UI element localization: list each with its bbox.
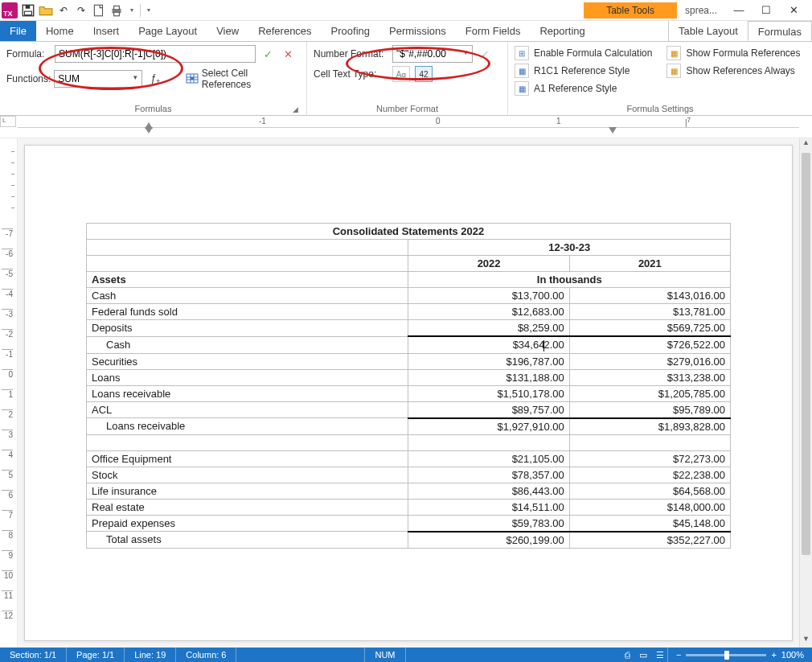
scroll-down-icon[interactable]: ▼ xyxy=(800,635,812,648)
tab-view[interactable]: View xyxy=(207,21,248,41)
row-value-b[interactable]: $64,568.00 xyxy=(569,483,730,499)
row-value-a[interactable]: $13,700.00 xyxy=(408,288,569,304)
zoom-in-button[interactable]: + xyxy=(771,650,776,660)
row-value-b[interactable]: $13,781.00 xyxy=(569,304,730,320)
row-value-a[interactable]: $1,510,178.00 xyxy=(408,385,569,401)
tab-file[interactable]: File xyxy=(0,21,36,41)
ruler-right-indent-icon[interactable] xyxy=(609,127,617,135)
save-icon[interactable] xyxy=(21,3,35,18)
row-value-b[interactable]: $143,016.00 xyxy=(569,288,730,304)
scroll-up-icon[interactable]: ▲ xyxy=(800,138,812,151)
row-value-b[interactable]: $569,725.00 xyxy=(569,320,730,337)
tab-insert[interactable]: Insert xyxy=(84,21,129,41)
year-a-header[interactable]: 2022 xyxy=(408,256,569,272)
table-row[interactable]: Securities$196,787.00$279,016.00 xyxy=(87,353,731,369)
row-value-a[interactable]: $12,683.00 xyxy=(408,304,569,320)
row-value-b[interactable] xyxy=(569,434,730,450)
show-refs-always-button[interactable]: ▦ Show References Always xyxy=(666,63,800,79)
accept-icon[interactable]: ✓ xyxy=(259,48,277,60)
row-value-a[interactable]: $196,787.00 xyxy=(408,353,569,369)
tab-table-layout[interactable]: Table Layout xyxy=(668,21,748,41)
view-web-icon[interactable]: ☰ xyxy=(653,650,667,660)
view-page-icon[interactable]: ▭ xyxy=(636,650,650,660)
cell-type-number-button[interactable]: 42 xyxy=(415,66,433,82)
table-row[interactable]: Cash$13,700.00$143,016.00 xyxy=(87,288,731,304)
row-label[interactable]: Cash xyxy=(87,288,408,304)
row-label[interactable]: Total assets xyxy=(87,532,408,549)
undo-icon[interactable]: ↶ xyxy=(56,3,71,18)
table-row[interactable]: Loans$131,188.00$313,238.00 xyxy=(87,369,731,385)
row-value-a[interactable]: $86,443.00 xyxy=(408,483,569,499)
section-unit[interactable]: In thousands xyxy=(408,272,731,288)
view-mode-buttons[interactable]: ⎙ ▭ ☰ xyxy=(621,650,667,660)
scrollbar-thumb[interactable] xyxy=(802,153,810,555)
row-value-a[interactable]: $131,188.00 xyxy=(408,369,569,385)
tab-references[interactable]: References xyxy=(248,21,321,41)
row-value-a[interactable]: $14,511.00 xyxy=(408,499,569,515)
row-value-a[interactable]: $260,199.00 xyxy=(408,532,569,549)
redo-icon[interactable]: ↷ xyxy=(74,3,88,18)
row-value-b[interactable]: $22,238.00 xyxy=(569,467,730,483)
table-row[interactable]: Loans receivable$1,510,178.00$1,205,785.… xyxy=(87,385,731,401)
select-cell-references-button[interactable]: Select Cell References xyxy=(181,66,300,92)
row-value-b[interactable]: $45,148.00 xyxy=(569,515,730,532)
table-row[interactable] xyxy=(87,434,731,450)
row-value-b[interactable]: $279,016.00 xyxy=(569,353,730,369)
tab-permissions[interactable]: Permissions xyxy=(379,21,456,41)
row-value-b[interactable]: $95,789.00 xyxy=(569,401,730,418)
vertical-ruler[interactable]: -7-6-5-4-3-2-10123456789101112 xyxy=(0,138,18,648)
row-value-a[interactable]: $78,357.00 xyxy=(408,467,569,483)
year-b-header[interactable]: 2021 xyxy=(569,256,730,272)
close-button[interactable]: ✕ xyxy=(785,4,802,16)
minimize-button[interactable]: — xyxy=(730,4,748,16)
r1c1-style-button[interactable]: ▦ R1C1 Reference Style xyxy=(515,63,652,79)
section-header[interactable]: Assets xyxy=(87,272,408,288)
tab-proofing[interactable]: Proofing xyxy=(322,21,379,41)
group-launcher-icon[interactable]: ◢ xyxy=(293,105,298,113)
tab-page-layout[interactable]: Page Layout xyxy=(129,21,207,41)
row-value-b[interactable]: $726,522.00 xyxy=(569,336,730,353)
table-row[interactable]: Stock$78,357.00$22,238.00 xyxy=(87,467,731,483)
row-label[interactable]: Real estate xyxy=(87,499,408,515)
row-value-a[interactable]: $1,927,910.00 xyxy=(408,418,569,435)
tab-formulas[interactable]: Formulas xyxy=(748,21,812,41)
table-row[interactable]: Federal funds sold$12,683.00$13,781.00 xyxy=(87,304,731,320)
row-label[interactable]: Loans receivable xyxy=(87,418,408,435)
zoom-slider[interactable] xyxy=(686,654,766,656)
a1-style-button[interactable]: ▦ A1 Reference Style xyxy=(515,80,652,97)
qat-customize-icon[interactable]: ▾ xyxy=(144,6,154,14)
row-value-b[interactable]: $1,205,785.00 xyxy=(569,385,730,401)
table-cell[interactable] xyxy=(87,256,408,272)
row-value-a[interactable]: $8,259.00 xyxy=(408,320,569,337)
accept-format-icon[interactable]: ✓ xyxy=(476,48,494,60)
formula-input[interactable] xyxy=(55,45,256,63)
table-title[interactable]: Consolidated Statements 2022 xyxy=(87,224,731,240)
row-value-b[interactable]: $72,273.00 xyxy=(569,450,730,467)
row-label[interactable]: Loans xyxy=(87,369,408,385)
row-value-a[interactable] xyxy=(408,434,569,450)
table-row[interactable]: Deposits$8,259.00$569,725.00 xyxy=(87,320,731,337)
row-label[interactable]: Securities xyxy=(87,353,408,369)
row-value-a[interactable]: $34,642.00 xyxy=(408,336,569,353)
view-print-icon[interactable]: ⎙ xyxy=(621,650,634,660)
cancel-icon[interactable]: ✕ xyxy=(281,48,296,60)
row-value-b[interactable]: $148,000.00 xyxy=(569,499,730,515)
row-label[interactable] xyxy=(87,434,408,450)
table-row[interactable]: Cash$34,642.00$726,522.00 xyxy=(87,336,731,353)
row-label[interactable]: ACL xyxy=(87,401,408,418)
tab-reporting[interactable]: Reporting xyxy=(530,21,594,41)
show-formula-refs-button[interactable]: ▦ Show Formula References xyxy=(666,45,800,61)
row-value-a[interactable]: $89,757.00 xyxy=(408,401,569,418)
table-row[interactable]: Prepaid expenses$59,783.00$45,148.00 xyxy=(87,515,731,532)
table-row[interactable]: Real estate$14,511.00$148,000.00 xyxy=(87,499,731,515)
zoom-out-button[interactable]: − xyxy=(676,650,681,660)
table-row[interactable]: Office Equipment$21,105.00$72,273.00 xyxy=(87,450,731,467)
row-value-b[interactable]: $313,238.00 xyxy=(569,369,730,385)
row-label[interactable]: Cash xyxy=(87,336,408,353)
table-date[interactable]: 12-30-23 xyxy=(408,240,731,256)
table-cell[interactable] xyxy=(87,240,408,256)
insert-function-icon[interactable]: ƒ+ xyxy=(146,72,165,85)
qat-dropdown-icon[interactable]: ▾ xyxy=(127,6,137,14)
vertical-scrollbar[interactable]: ▲ ▼ xyxy=(799,138,812,648)
open-icon[interactable] xyxy=(39,3,53,18)
